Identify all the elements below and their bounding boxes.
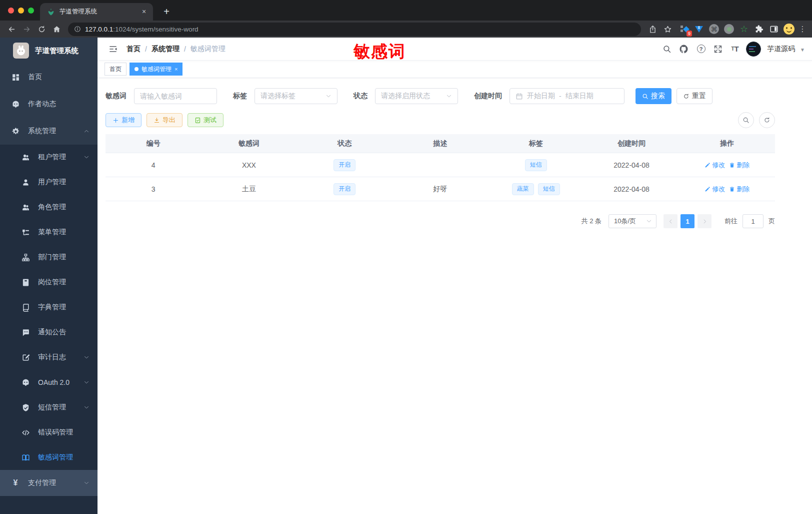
chevron-down-icon[interactable]: ▼ (800, 47, 805, 53)
extension-star-icon[interactable]: ☆ (738, 23, 750, 35)
delete-button[interactable]: 删除 (729, 161, 750, 170)
breadcrumb-item[interactable]: 首页 (126, 45, 140, 54)
sidebar-item-home[interactable]: 首页 (0, 64, 98, 91)
forward-icon[interactable] (20, 23, 33, 36)
tag-view-敏感词管理[interactable]: 敏感词管理× (130, 63, 182, 76)
profile-avatar[interactable] (783, 23, 795, 35)
edit-button[interactable]: 修改 (704, 161, 725, 170)
zoom-window-button[interactable] (28, 8, 34, 14)
next-page-button[interactable] (698, 214, 712, 228)
chevron-down-icon (446, 93, 452, 99)
sidebar-item-dept[interactable]: 部门管理 (0, 245, 98, 270)
refresh-button[interactable] (759, 112, 775, 128)
trash-icon (729, 186, 735, 192)
sidebar-item-system[interactable]: 系统管理 (0, 118, 98, 145)
sidebar-item-label: 租户管理 (38, 153, 76, 162)
new-tab-button[interactable]: + (160, 6, 173, 18)
bookmark-star-icon[interactable] (661, 23, 674, 36)
extension-record-icon[interactable] (723, 23, 735, 35)
font-size-icon[interactable]: TT (729, 43, 741, 55)
edit-button[interactable]: 修改 (704, 185, 725, 194)
sidebar-item-label: OAuth 2.0 (38, 378, 76, 386)
tag-select[interactable]: 请选择标签 (254, 88, 338, 104)
message-icon (21, 328, 30, 337)
reload-icon[interactable] (35, 23, 48, 36)
reset-button[interactable]: 重置 (676, 88, 712, 104)
date-end-placeholder: 结束日期 (566, 92, 594, 101)
sidebar-item-user[interactable]: 用户管理 (0, 170, 98, 195)
status-select[interactable]: 请选择启用状态 (375, 88, 458, 104)
sidebar-item-notice[interactable]: 通知公告 (0, 320, 98, 345)
robot-chat-icon (21, 378, 30, 387)
sidebar-item-author-news[interactable]: 作者动态 (0, 91, 98, 118)
github-icon[interactable] (678, 43, 690, 55)
delete-button[interactable]: 删除 (729, 185, 750, 194)
tab-close-icon[interactable]: × (140, 8, 148, 16)
filter-form: 敏感词 标签 请选择标签 状态 请选择启用状态 (106, 88, 775, 104)
browser-titlebar: 芋道管理系统 × + (0, 0, 812, 21)
sidebar-item-menu[interactable]: 菜单管理 (0, 220, 98, 245)
search-button[interactable]: 搜索 (636, 88, 672, 104)
date-range-picker[interactable]: 开始日期 - 结束日期 (510, 88, 624, 104)
share-icon[interactable] (646, 23, 659, 36)
home-icon[interactable] (50, 23, 63, 36)
user-name[interactable]: 芋道源码 (767, 45, 795, 54)
browser-tab[interactable]: 芋道管理系统 × (40, 3, 153, 21)
shield-icon (21, 403, 30, 412)
search-toggle-button[interactable] (738, 112, 754, 128)
user-avatar[interactable] (746, 42, 761, 57)
code-icon (21, 428, 30, 437)
sidebar-item-payment[interactable]: ¥支付管理 (0, 470, 98, 496)
sidebar-item-label: 角色管理 (38, 203, 90, 212)
close-icon[interactable]: × (174, 66, 178, 72)
side-panel-icon[interactable] (768, 23, 780, 35)
breadcrumb-item[interactable]: 系统管理 (152, 45, 180, 54)
window-controls[interactable] (8, 8, 34, 14)
page-button-1[interactable]: 1 (680, 214, 694, 228)
url-bar[interactable]: 127.0.0.1:1024/system/sensitive-word (68, 23, 641, 36)
sidebar-item-error-code[interactable]: 错误码管理 (0, 420, 98, 445)
fullscreen-icon[interactable] (712, 43, 724, 55)
test-button[interactable]: 测试 (188, 113, 224, 127)
tag-view-首页[interactable]: 首页 (104, 63, 126, 76)
extension-command-icon[interactable]: ⌘ (708, 23, 720, 35)
sidebar-item-oauth2[interactable]: OAuth 2.0 (0, 370, 98, 395)
keyword-input[interactable] (140, 92, 211, 100)
extension-funnel-icon[interactable] (693, 23, 705, 35)
sidebar-item-label: 部门管理 (38, 253, 90, 262)
close-window-button[interactable] (8, 8, 14, 14)
sidebar-item-sms[interactable]: 短信管理 (0, 395, 98, 420)
app-logo[interactable]: 芋道管理系统 (0, 38, 98, 64)
sidebar-item-label: 字典管理 (38, 303, 90, 312)
status-tag: 开启 (334, 183, 356, 195)
cell-ops: 修改删除 (680, 185, 775, 194)
sidebar-item-dict[interactable]: 字典管理 (0, 295, 98, 320)
back-icon[interactable] (5, 23, 18, 36)
tag-label: 标签 (233, 92, 247, 101)
help-icon[interactable]: ? (695, 43, 707, 55)
prev-page-button[interactable] (664, 214, 678, 228)
cell-id: 4 (106, 161, 201, 169)
tag-label: 首页 (110, 65, 122, 74)
sidebar-item-role[interactable]: 角色管理 (0, 195, 98, 220)
sidebar-item-tenant[interactable]: 租户管理 (0, 145, 98, 170)
minimize-window-button[interactable] (18, 8, 24, 14)
extension-grid-icon[interactable]: 9 (678, 23, 690, 35)
sidebar-item-sensitive-word[interactable]: 敏感词管理 (0, 445, 98, 470)
sidebar-item-post[interactable]: 岗位管理 (0, 270, 98, 295)
export-button[interactable]: 导出 (146, 113, 182, 127)
page-size-select[interactable]: 10条/页 (608, 214, 656, 228)
sidebar-collapse-icon[interactable] (104, 41, 122, 58)
extensions-puzzle-icon[interactable] (753, 23, 765, 35)
browser-chrome: 芋道管理系统 × + 127.0.0.1:1024/system/sensiti… (0, 0, 812, 38)
site-info-icon[interactable] (74, 26, 81, 33)
add-button[interactable]: 新增 (106, 113, 142, 127)
pencil-icon (704, 186, 710, 192)
cell-created: 2022-04-08 (584, 185, 679, 193)
goto-page-input[interactable] (742, 214, 764, 228)
column-header: 状态 (297, 139, 392, 148)
sidebar-item-audit-log[interactable]: 审计日志 (0, 345, 98, 370)
search-icon[interactable] (661, 43, 673, 55)
browser-menu-icon[interactable]: ⋮ (798, 25, 807, 34)
breadcrumb-item: 敏感词管理 (190, 45, 226, 54)
